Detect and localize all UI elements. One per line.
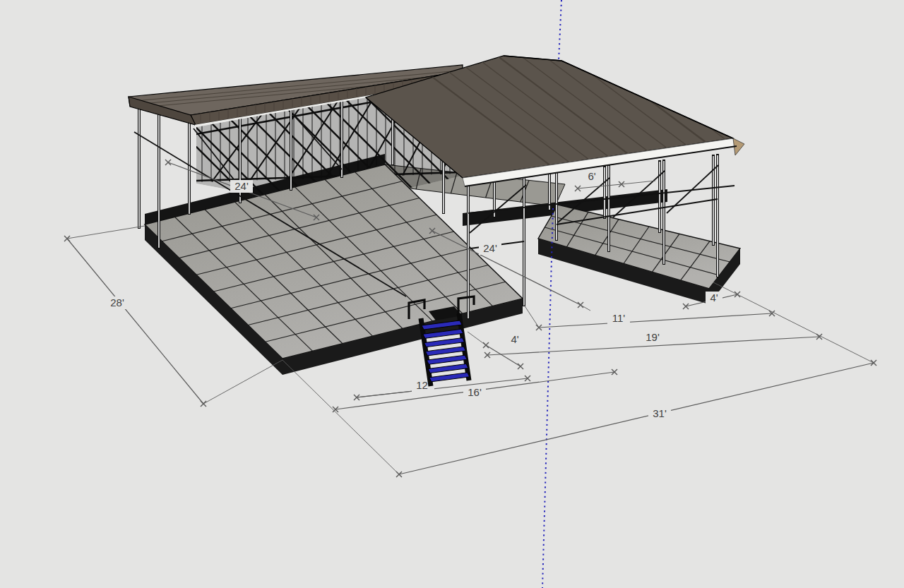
- dimension-label: 24': [483, 242, 497, 254]
- dimension-label: 4': [511, 333, 518, 345]
- 3d-viewport[interactable]: 24'28'24'6'4'11'4'19'12'16'31': [0, 0, 904, 588]
- dimension-label: 16': [468, 386, 482, 398]
- dimension-label: 4': [710, 292, 718, 304]
- dimension-label: 24': [234, 180, 249, 192]
- model-stage: 24'28'24'6'4'11'4'19'12'16'31': [0, 0, 904, 588]
- dimension-label: 31': [653, 407, 667, 419]
- dimension-label: 6': [588, 170, 595, 182]
- dimension-label: 28': [110, 296, 124, 308]
- dimension-label: 11': [612, 312, 626, 324]
- dimension-label: 19': [646, 331, 660, 343]
